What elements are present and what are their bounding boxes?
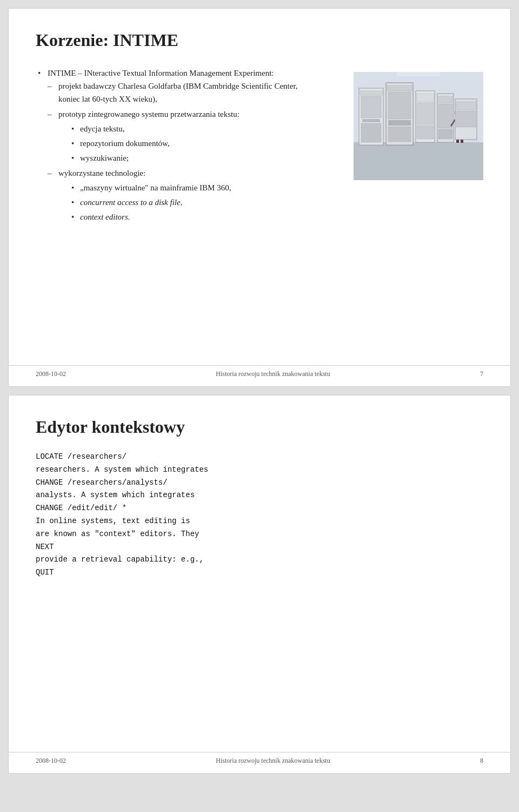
slide2-code: LOCATE /researchers/ researchers. A syst… [36, 451, 483, 579]
svg-rect-30 [397, 72, 440, 76]
prototyp-text: prototyp zintegrowanego systemu przetwar… [58, 110, 239, 118]
svg-rect-6 [362, 119, 380, 122]
bullet-concurrent: concurrent access to a disk file, [69, 196, 343, 209]
svg-rect-14 [417, 94, 434, 102]
projekt-text: projekt badawczy Charlesa Goldfarba (IBM… [58, 82, 298, 103]
slide1-text: INTIME – INteractive Textual Information… [36, 67, 343, 226]
slide2-footer: 2008-10-02 Historia rozwoju technik znak… [9, 752, 510, 765]
slide2-footer-page: 8 [480, 757, 483, 765]
slide1-footer-date: 2008-10-02 [36, 370, 66, 378]
dash-item-prototyp: prototyp zintegrowanego systemu przetwar… [48, 108, 343, 164]
dash-item-projekt: projekt badawczy Charlesa Goldfarba (IBM… [48, 80, 343, 105]
slide1-footer-page: 7 [480, 370, 483, 378]
slide-2: Edytor kontekstowy LOCATE /researchers/ … [8, 395, 511, 774]
svg-rect-12 [388, 127, 411, 142]
prototyp-sub-list: edycja tekstu, repozytorium dokumentów, … [58, 122, 343, 164]
svg-rect-9 [387, 85, 412, 91]
slide1-body: INTIME – INteractive Textual Information… [36, 67, 483, 226]
slide-1: Korzenie: INTIME INTIME – INteractive Te… [8, 8, 511, 387]
slide1-footer-title: Historia rozwoju technik znakowania teks… [216, 370, 330, 378]
svg-rect-5 [361, 96, 381, 118]
dash-item-technologie: wykorzystane technologie: „maszyny wirtu… [48, 167, 343, 223]
svg-rect-15 [417, 103, 434, 124]
svg-rect-20 [438, 129, 453, 139]
bullet-maszyny: „maszyny wirtualne" na mainframie IBM 36… [69, 181, 343, 194]
slide2-footer-title: Historia rozwoju technik znakowania teks… [216, 757, 330, 765]
svg-rect-18 [438, 96, 453, 103]
slide1-footer: 2008-10-02 Historia rozwoju technik znak… [9, 365, 510, 378]
svg-rect-29 [456, 111, 476, 127]
svg-rect-10 [388, 92, 411, 119]
slide1-content: INTIME – INteractive Textual Information… [36, 67, 343, 223]
svg-rect-16 [417, 126, 434, 139]
slide1-main-list: INTIME – INteractive Textual Information… [36, 67, 343, 223]
intime-sub-list: projekt badawczy Charlesa Goldfarba (IBM… [48, 80, 343, 223]
svg-rect-2 [354, 142, 483, 180]
ibm-image [354, 72, 483, 180]
bullet-edycja: edycja tekstu, [69, 122, 343, 135]
svg-rect-11 [388, 120, 411, 126]
ibm-svg [354, 72, 483, 180]
slide1-title: Korzenie: INTIME [36, 30, 483, 50]
bullet-wyszukiwanie: wyszukiwanie; [69, 151, 343, 164]
list-item-intime: INTIME – INteractive Textual Information… [36, 67, 343, 223]
slide2-title: Edytor kontekstowy [36, 417, 483, 437]
svg-rect-4 [360, 91, 382, 95]
technologie-sub-list: „maszyny wirtualne" na mainframie IBM 36… [58, 181, 343, 223]
svg-rect-7 [361, 123, 381, 142]
slide2-footer-date: 2008-10-02 [36, 757, 66, 765]
technologie-text: wykorzystane technologie: [58, 169, 145, 177]
svg-rect-28 [456, 102, 476, 110]
intime-label: INTIME – INteractive Textual Information… [48, 69, 274, 77]
bullet-repozytorium: repozytorium dokumentów, [69, 137, 343, 150]
bullet-context: context editors. [69, 210, 343, 223]
svg-rect-19 [438, 104, 453, 128]
